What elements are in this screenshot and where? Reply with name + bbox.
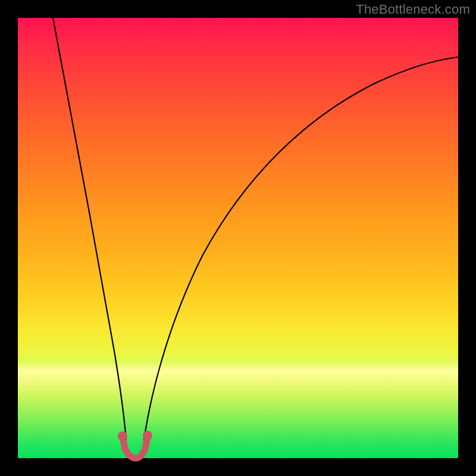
bottom-u-connector: [123, 437, 148, 458]
curve-left-branch: [53, 18, 126, 440]
marker-right: [143, 431, 152, 440]
chart-frame: TheBottleneck.com: [0, 0, 476, 476]
marker-left: [118, 431, 127, 441]
watermark-text: TheBottleneck.com: [356, 2, 470, 17]
chart-svg: [18, 18, 458, 458]
curve-right-branch: [144, 57, 458, 440]
